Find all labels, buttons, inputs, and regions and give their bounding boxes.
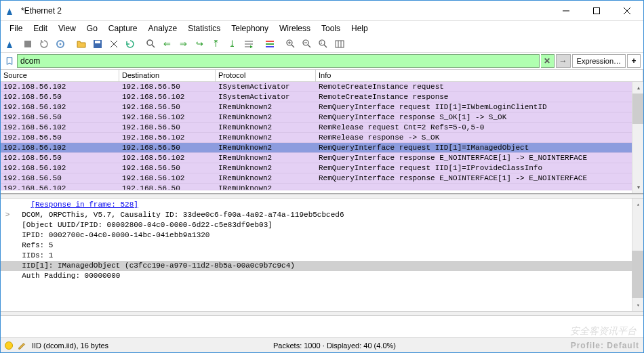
restart-capture-icon[interactable] [36, 37, 52, 51]
col-source[interactable]: Source [1, 70, 119, 81]
go-first-icon[interactable]: ⤒ [208, 37, 224, 51]
packet-row[interactable]: 192.168.56.102192.168.56.50IRemUnknown2R… [1, 102, 643, 112]
detail-line[interactable]: IID[1]: IManagedObject (c3fcc19e-a970-11… [1, 261, 642, 271]
col-destination[interactable]: Destination [119, 70, 216, 81]
save-file-icon[interactable] [89, 37, 105, 51]
resize-columns-icon[interactable] [331, 37, 347, 51]
detail-line[interactable]: Auth Padding: 00000000 [1, 271, 642, 281]
status-bar: IID (dcom.iid), 16 bytes Packets: 1000 ·… [1, 337, 643, 352]
svg-rect-4 [24, 41, 31, 47]
svg-point-6 [59, 43, 61, 45]
stop-capture-icon[interactable] [20, 37, 35, 51]
start-capture-icon[interactable] [3, 37, 19, 51]
splitter-list-details[interactable] [1, 194, 643, 199]
packet-row[interactable]: 192.168.56.102192.168.56.50IRemUnknown2R… [1, 123, 643, 133]
packet-list-body[interactable]: 192.168.56.102192.168.56.50ISystemActiva… [1, 82, 643, 193]
details-scrollbar[interactable] [632, 199, 643, 311]
packet-list-scrollbar[interactable] [632, 82, 643, 193]
filter-add-button[interactable]: + [627, 54, 641, 68]
packet-row[interactable]: 192.168.56.102192.168.56.50ISystemActiva… [1, 82, 643, 92]
menu-file[interactable]: File [4, 22, 28, 35]
col-info[interactable]: Info [316, 70, 643, 81]
svg-line-27 [324, 45, 327, 47]
svg-rect-8 [95, 41, 100, 43]
packet-row[interactable]: 192.168.56.50192.168.56.102IRemUnknown2R… [1, 153, 643, 163]
scrollbar-thumb[interactable] [632, 251, 643, 298]
menu-telephony[interactable]: Telephony [226, 22, 274, 35]
menu-wireless[interactable]: Wireless [274, 22, 316, 35]
svg-line-20 [291, 45, 294, 47]
zoom-out-icon[interactable] [299, 37, 315, 51]
packet-row[interactable]: 192.168.56.50192.168.56.102IRemUnknown2R… [1, 112, 643, 123]
packet-list-header[interactable]: Source Destination Protocol Info [1, 70, 643, 82]
watermark-text: 安全客资讯平台 [570, 325, 637, 337]
status-field-info: IID (dcom.iid), 16 bytes [32, 341, 235, 350]
detail-line[interactable]: IPID: 0002700c-04c0-0000-14bc-041ebb9a13… [1, 230, 642, 241]
status-edit-icon[interactable] [17, 340, 28, 351]
menu-bar: FileEditViewGoCaptureAnalyzeStatisticsTe… [1, 21, 643, 35]
menu-view[interactable]: View [53, 22, 81, 35]
detail-line[interactable]: Refs: 5 [1, 241, 642, 251]
menu-help[interactable]: Help [346, 22, 374, 35]
svg-line-12 [152, 45, 155, 47]
reload-icon[interactable] [122, 37, 138, 51]
close-button[interactable] [611, 1, 642, 20]
packet-row[interactable]: 192.168.56.50192.168.56.102ISystemActiva… [1, 92, 643, 102]
find-packet-icon[interactable] [143, 37, 159, 51]
status-packets: Packets: 1000 · Displayed: 40 (4.0%) [239, 341, 567, 350]
packet-list-pane: Source Destination Protocol Info 192.168… [1, 70, 643, 194]
auto-scroll-icon[interactable] [241, 37, 256, 51]
detail-line[interactable]: [Object UUID/IPID: 00002800-04c0-0000-6d… [1, 220, 642, 230]
close-file-icon[interactable] [106, 37, 121, 51]
detail-line[interactable]: > DCOM, ORPCThis, V5.7, Causality ID: 33… [1, 210, 642, 220]
display-filter-bar: ✕ → Expression… + [1, 53, 643, 70]
maximize-button[interactable] [581, 1, 611, 20]
col-protocol[interactable]: Protocol [216, 70, 316, 81]
packet-row[interactable]: 192.168.56.50192.168.56.102IRemUnknown2R… [1, 173, 643, 184]
goto-packet-icon[interactable]: ↪ [192, 37, 207, 51]
menu-statistics[interactable]: Statistics [182, 22, 226, 35]
filter-apply-button[interactable]: → [556, 54, 571, 68]
packet-row[interactable]: 192.168.56.102192.168.56.50IRemUnknown2 [1, 184, 643, 190]
go-forward-icon[interactable]: ⇒ [176, 37, 191, 51]
main-toolbar: ⇐ ⇒ ↪ ⤒ ⤓ 1 [1, 35, 643, 53]
title-bar: *Ethernet 2 [1, 1, 643, 21]
expert-info-icon[interactable] [5, 341, 13, 350]
menu-go[interactable]: Go [81, 22, 103, 35]
go-back-icon[interactable]: ⇐ [159, 37, 175, 51]
svg-rect-1 [593, 7, 599, 14]
zoom-in-icon[interactable] [283, 37, 298, 51]
window-title: *Ethernet 2 [21, 6, 550, 16]
menu-analyze[interactable]: Analyze [143, 22, 183, 35]
detail-line[interactable]: [Response in frame: 528] [1, 200, 642, 210]
capture-options-icon[interactable] [52, 37, 68, 51]
menu-capture[interactable]: Capture [103, 22, 143, 35]
detail-line[interactable]: IIDs: 1 [1, 251, 642, 261]
svg-text:1: 1 [320, 41, 322, 45]
minimize-button[interactable] [550, 1, 581, 20]
colorize-icon[interactable] [262, 37, 277, 51]
go-last-icon[interactable]: ⤓ [224, 37, 240, 51]
zoom-reset-icon[interactable]: 1 [315, 37, 331, 51]
packet-row[interactable]: 192.168.56.102192.168.56.50IRemUnknown2R… [1, 143, 643, 153]
display-filter-input[interactable] [17, 54, 540, 68]
status-profile[interactable]: Profile: Default [571, 341, 639, 350]
filter-bookmark-icon[interactable] [3, 54, 16, 68]
svg-rect-29 [336, 41, 344, 47]
svg-line-24 [308, 45, 310, 47]
packet-details-pane[interactable]: [Response in frame: 528]> DCOM, ORPCThis… [1, 199, 643, 311]
menu-tools[interactable]: Tools [316, 22, 346, 35]
open-file-icon[interactable] [73, 37, 89, 51]
svg-point-11 [147, 40, 153, 45]
scrollbar-thumb[interactable] [632, 94, 644, 124]
menu-edit[interactable]: Edit [28, 22, 53, 35]
app-icon [6, 5, 17, 16]
splitter-details-bytes[interactable] [1, 311, 643, 316]
packet-row[interactable]: 192.168.56.50192.168.56.102IRemUnknown2R… [1, 133, 643, 143]
expression-button[interactable]: Expression… [572, 54, 626, 68]
packet-row[interactable]: 192.168.56.102192.168.56.50IRemUnknown2R… [1, 163, 643, 173]
filter-clear-button[interactable]: ✕ [541, 54, 555, 68]
